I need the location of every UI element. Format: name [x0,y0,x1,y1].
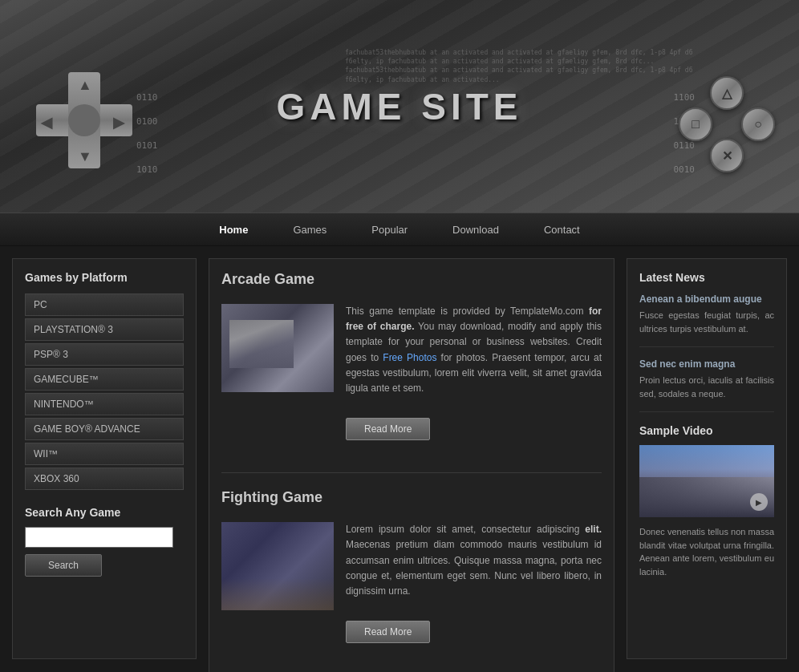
video-buildings [639,469,774,517]
platform-xbox360[interactable]: XBOX 360 [25,468,184,490]
news-item-1: Aenean a bibendum augue Fusce egestas fe… [639,293,774,347]
binary-left-1: 0110 [136,92,158,103]
main-wrapper: Arcade Game This game template is provid… [209,258,614,672]
dpad-right-arrow: ▶ [113,114,124,132]
search-title: Search Any Game [25,506,184,519]
platform-list: PC PLAYSTATION® 3 PSP® 3 GAMECUBE™ NINTE… [25,293,184,490]
binary-left-3: 0101 [136,140,158,151]
arcade-description: This game template is provided by Templa… [346,304,602,396]
nav-popular[interactable]: Popular [349,214,430,245]
fighting-read-more[interactable]: Read More [346,621,430,643]
controller-buttons: △ □ ○ ✕ [679,76,775,172]
arcade-read-more[interactable]: Read More [346,418,430,440]
sidebar-left-wrapper: Games by Platform PC PLAYSTATION® 3 PSP®… [12,258,197,659]
sidebar-left: Games by Platform PC PLAYSTATION® 3 PSP®… [12,258,197,672]
platform-gamecube[interactable]: GAMECUBE™ [25,368,184,391]
platform-pc[interactable]: PC [25,293,184,316]
nav-home[interactable]: Home [197,214,270,245]
platform-psp3[interactable]: PSP® 3 [25,343,184,366]
platform-nintendo[interactable]: NINTENDO™ [25,393,184,415]
platforms-title: Games by Platform [25,271,184,284]
news-item-2-title: Sed nec enim magna [639,358,774,370]
navigation: Home Games Popular Download Contact [0,213,799,246]
content-area: Games by Platform PC PLAYSTATION® 3 PSP®… [0,246,799,672]
nav-download[interactable]: Download [430,214,521,245]
news-item-1-title: Aenean a bibendum augue [639,293,774,305]
platform-gameboy[interactable]: GAME BOY® ADVANCE [25,418,184,440]
nav-games[interactable]: Games [270,214,349,245]
video-thumbnail[interactable]: ▶ [639,445,774,517]
binary-left-2: 0100 [136,116,158,127]
dpad-left-arrow: ◀ [41,114,52,132]
news-item-1-text: Fusce egestas feugiat turpis, ac ultrice… [639,309,774,335]
platform-ps3[interactable]: PLAYSTATION® 3 [25,318,184,341]
search-button[interactable]: Search [25,554,102,577]
sidebar-right-wrapper: Latest News Aenean a bibendum augue Fusc… [627,258,787,659]
arcade-title: Arcade Game [221,271,602,292]
news-item-2: Sed nec enim magna Proin lectus orci, ia… [639,358,774,412]
nav-contact[interactable]: Contact [521,214,602,245]
search-input[interactable] [25,527,173,548]
fighting-text: Lorem ipsum dolor sit amet, consectetur … [346,522,602,643]
site-title: GAME SITE [276,85,522,128]
fighting-game-entry: Lorem ipsum dolor sit amet, consectetur … [221,522,602,659]
main-content: Arcade Game This game template is provid… [209,258,614,672]
video-play-icon[interactable]: ▶ [750,493,768,511]
header: fachubat53thebhubatub at an activated an… [0,0,799,213]
fighting-title: Fighting Game [221,489,602,510]
fighting-thumb-img [221,522,334,610]
ctrl-btn-right: ○ [741,107,775,141]
ctrl-btn-bottom: ✕ [710,139,744,172]
news-title: Latest News [639,271,774,284]
arcade-thumb-img [221,304,334,392]
dpad-up-arrow: ▲ [78,77,92,94]
video-description: Donec venenatis tellus non massa blandit… [639,525,774,578]
ctrl-btn-top: △ [710,76,744,110]
fighting-thumbnail [221,522,334,610]
dpad-center [68,104,100,136]
arcade-thumbnail [221,304,334,392]
dpad-down-arrow: ▼ [78,148,92,165]
video-title: Sample Video [639,424,774,437]
platform-wii[interactable]: WII™ [25,443,184,465]
section-divider [221,472,602,473]
sidebar-right: Latest News Aenean a bibendum augue Fusc… [627,258,787,672]
dpad: ▲ ▼ ◀ ▶ [36,72,132,168]
news-item-2-text: Proin lectus orci, iaculis at facilisis … [639,374,774,400]
arcade-text: This game template is provided by Templa… [346,304,602,440]
binary-left-4: 1010 [136,164,158,175]
fighting-description: Lorem ipsum dolor sit amet, consectetur … [346,522,602,599]
arcade-game-entry: This game template is provided by Templa… [221,304,602,456]
ctrl-btn-left: □ [679,107,712,141]
